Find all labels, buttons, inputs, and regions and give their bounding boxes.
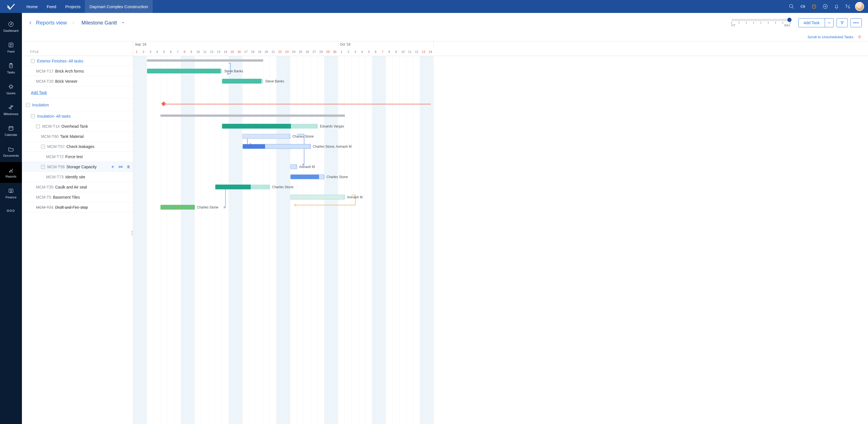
nav-projects[interactable]: Projects [61,0,85,13]
user-avatar[interactable] [855,2,864,11]
day-label: 30 [332,48,338,56]
day-label: 19 [256,48,263,56]
add-task-row[interactable]: Add Task [22,86,133,99]
task-name: Caulk and Air seal [55,185,87,189]
task-name: Draft and Fire stop [55,205,88,209]
task-bar[interactable]: Charles Stone [290,174,324,179]
group-label[interactable]: Exterior Finishes- All tasks [37,59,83,63]
task-bar[interactable]: Eduardo Vargas [222,124,318,129]
clipboard-icon [8,63,14,69]
view-selector[interactable]: Milestone Gantt [82,20,125,26]
sidebar-item-dashboard[interactable]: Dashboard [0,16,22,37]
more-button[interactable]: ••• [850,18,862,27]
task-row[interactable]: MCM-T21Draft and Fire stop [22,202,133,213]
search-icon[interactable] [786,0,797,13]
day-label: 28 [318,48,324,56]
settings-icon[interactable] [842,0,854,13]
svg-point-16 [859,36,860,37]
sidebar-label: Finance [5,196,16,199]
task-row[interactable]: MCM-T60Tank Material [22,132,133,142]
task-row[interactable]: MCM-T5Basement Tiles [22,192,133,202]
collapse-toggle[interactable]: − [36,124,40,128]
gamification-icon[interactable] [797,0,808,13]
group-row[interactable]: −Exterior Finishes- All tasks [22,56,133,66]
task-name: Force test [65,154,83,159]
svg-point-0 [789,4,793,8]
task-bar[interactable]: Charles Stone [160,205,195,209]
task-code: MCM-T5 [36,195,51,199]
notifications-icon[interactable] [831,0,842,13]
task-row[interactable]: MCM-T20Brick Veneer [22,76,133,86]
sidebar-item-documents[interactable]: Documents [0,141,22,162]
task-row[interactable]: −MCM-T56Storage Capacity [22,162,133,172]
sidebar-item-calendar[interactable]: Calendar [0,120,22,141]
day-label: 7 [174,48,181,56]
task-bar[interactable]: Steve Banks [147,69,222,74]
day-label: 6 [372,48,379,56]
nav-project-current[interactable]: Daymart Complex Construction [85,0,152,13]
timeline[interactable]: Sep '18Oct '18 1234567891011121314151617… [133,41,868,424]
group-row[interactable]: −Insulation- All tasks [22,111,133,121]
day-label: 3 [147,48,154,56]
sidebar-item-reports[interactable]: Reports [0,162,22,183]
sidebar-item-issues[interactable]: Issues [0,79,22,100]
task-row[interactable]: −MCM-T57Check leakages [22,142,133,152]
group-label[interactable]: Insulation- All tasks [37,114,71,118]
task-row[interactable]: −MCM-T14Overhead Tank [22,121,133,132]
progress-fill [147,69,221,74]
sidebar-item-milestones[interactable]: Milestones [0,100,22,120]
add-task-button[interactable]: Add Task [798,18,834,27]
task-bar[interactable]: Avinash M [290,195,345,199]
assignee-label: Charles Stone [272,185,293,189]
task-bar[interactable]: Steve Banks [222,79,263,84]
nav-home[interactable]: Home [22,0,42,13]
add-icon[interactable] [820,0,831,13]
task-bar[interactable]: Charles Stone [243,134,290,139]
day-label: 12 [208,48,215,56]
task-bar[interactable]: Avinash M [290,164,297,169]
plus-icon[interactable] [111,165,115,169]
collapse-toggle[interactable]: − [26,103,30,107]
task-row[interactable]: MCM-T73Identify site [22,172,133,182]
group-row[interactable]: −Insulation [22,99,133,111]
app-logo[interactable] [0,2,22,11]
add-task-link[interactable]: Add Task [31,90,47,95]
zoom-slider[interactable]: FITMAX [732,19,790,27]
sidebar-item-feed[interactable]: Feed [0,37,22,58]
zoom-handle[interactable] [787,18,792,22]
group-label[interactable]: Insulation [32,103,49,107]
task-code: MCM-T14 [42,124,60,129]
split-icon[interactable] [118,165,123,169]
sidebar-item-tasks[interactable]: Tasks [0,58,22,79]
reminder-icon[interactable] [808,0,820,13]
task-row[interactable]: MCM-T72Force test [22,152,133,162]
collapse-toggle[interactable]: − [41,165,45,169]
nav-feed[interactable]: Feed [42,0,61,13]
assignee-label: Steve Banks [224,69,243,73]
sidebar-label: Reports [6,175,17,178]
gear-red-icon[interactable] [857,35,862,39]
task-bar[interactable]: Charles Stone [215,185,270,189]
svg-point-24 [129,167,129,168]
scroll-unscheduled-link[interactable]: Scroll to Unscheduled Tasks [808,35,854,39]
svg-point-9 [11,24,11,25]
task-bar[interactable]: Charles Stone, Avinash M [243,144,311,149]
collapse-toggle[interactable]: − [31,114,35,118]
task-name: Brick Veneer [55,79,77,84]
sidebar-item-finance[interactable]: Finance [0,183,22,204]
task-row[interactable]: MCM-T35Caulk and Air seal [22,182,133,192]
view-selector-label: Milestone Gantt [82,20,117,26]
day-label: 1 [338,48,345,56]
day-label: 3 [352,48,359,56]
grip-icon[interactable] [126,165,131,169]
task-row[interactable]: MCM-T17Brick Arch forms [22,66,133,76]
breadcrumb-back[interactable]: Reports view [28,20,67,26]
filter-button[interactable] [837,18,848,27]
sidebar-more[interactable]: ooo [7,205,15,216]
add-task-caret[interactable] [825,19,833,27]
bug-icon [8,84,14,90]
collapse-toggle[interactable]: − [41,145,45,148]
assignee-label: Charles Stone [197,205,218,209]
svg-point-19 [128,165,128,166]
collapse-toggle[interactable]: − [31,59,35,63]
